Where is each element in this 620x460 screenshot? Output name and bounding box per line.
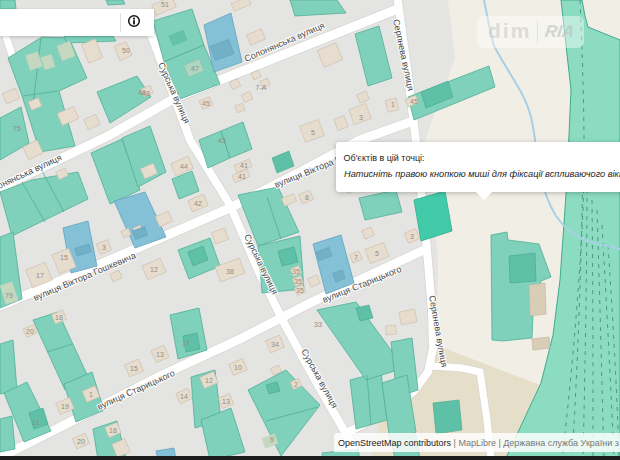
svg-text:20: 20 (77, 438, 85, 445)
svg-text:7: 7 (354, 254, 358, 261)
svg-text:51: 51 (161, 1, 169, 8)
svg-text:46: 46 (138, 89, 146, 96)
svg-text:47: 47 (191, 65, 199, 72)
svg-text:38: 38 (226, 268, 234, 275)
svg-text:18: 18 (109, 427, 117, 434)
svg-text:35: 35 (296, 287, 304, 294)
svg-text:9: 9 (270, 436, 274, 443)
svg-text:1: 1 (391, 101, 395, 108)
svg-text:13: 13 (222, 398, 230, 405)
svg-text:42: 42 (194, 200, 202, 207)
svg-text:7-А: 7-А (256, 84, 267, 91)
svg-text:17: 17 (36, 272, 44, 279)
svg-text:44: 44 (180, 163, 188, 170)
svg-text:20: 20 (26, 328, 34, 335)
svg-text:17: 17 (182, 340, 190, 347)
svg-text:12: 12 (150, 266, 158, 273)
svg-text:3: 3 (102, 244, 106, 251)
svg-text:41: 41 (240, 162, 248, 169)
svg-text:3: 3 (359, 114, 363, 121)
svg-text:43: 43 (218, 137, 226, 144)
svg-text:13: 13 (156, 351, 164, 358)
svg-text:8: 8 (305, 194, 309, 201)
svg-text:34: 34 (271, 341, 279, 348)
svg-text:35: 35 (294, 278, 302, 285)
svg-text:41: 41 (238, 173, 246, 180)
svg-text:12: 12 (205, 377, 213, 384)
svg-text:3: 3 (410, 233, 414, 240)
svg-text:19: 19 (61, 403, 69, 410)
svg-text:21: 21 (32, 419, 40, 426)
svg-text:50: 50 (122, 47, 130, 54)
svg-text:75: 75 (13, 125, 21, 132)
svg-text:10: 10 (234, 364, 242, 371)
svg-text:79: 79 (5, 292, 13, 299)
svg-text:2: 2 (294, 381, 298, 388)
svg-text:15: 15 (130, 365, 138, 372)
svg-text:33: 33 (314, 321, 322, 328)
svg-text:18: 18 (55, 314, 63, 321)
svg-text:45: 45 (410, 98, 418, 105)
svg-text:15: 15 (60, 254, 68, 261)
svg-text:14: 14 (180, 393, 188, 400)
svg-text:5: 5 (375, 250, 379, 257)
svg-text:35: 35 (292, 268, 300, 275)
svg-text:5: 5 (311, 129, 315, 136)
svg-text:45: 45 (202, 100, 210, 107)
svg-text:1: 1 (89, 391, 93, 398)
